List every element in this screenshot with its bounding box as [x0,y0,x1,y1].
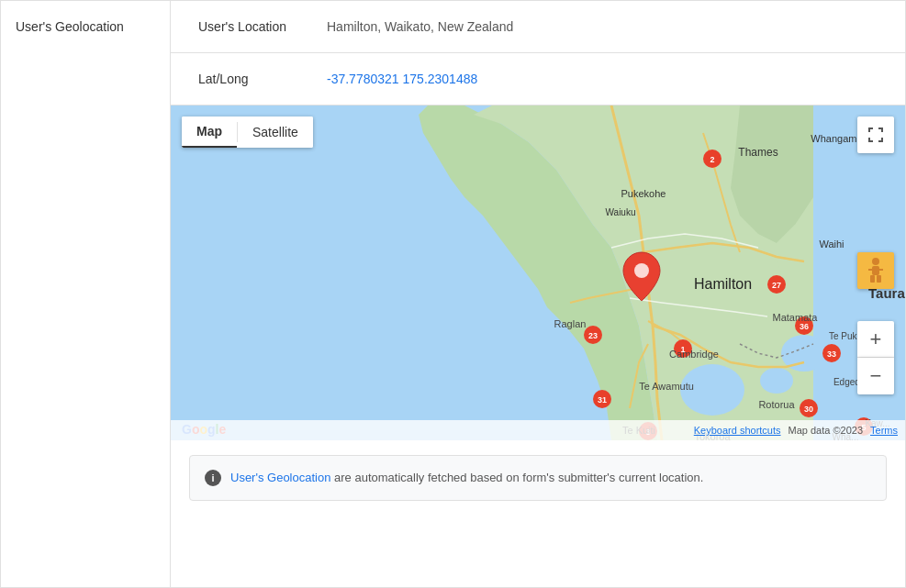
map-zoom-out-button[interactable]: − [857,358,894,394]
svg-text:Thames: Thames [738,146,777,159]
latlong-value[interactable]: -37.7780321 175.2301488 [327,72,477,86]
map-container: 2 27 1 23 31 36 33 [171,105,905,440]
map-data-credit: Map data ©2023 [789,425,864,436]
latlong-label: Lat/Long [198,72,308,86]
svg-rect-46 [877,275,881,283]
map-zoom-in-button[interactable]: + [857,321,894,358]
location-label: User's Location [198,19,308,34]
map-pegman-button[interactable] [857,252,894,289]
svg-text:33: 33 [827,349,836,359]
sidebar-title: User's Geolocation [16,19,124,34]
fullscreen-icon [867,127,884,143]
svg-text:2: 2 [710,155,714,164]
svg-point-43 [872,258,879,265]
latlong-row: Lat/Long -37.7780321 175.2301488 [171,53,905,105]
info-icon: i [205,470,221,486]
map-footer: Keyboard shortcuts Map data ©2023 Terms [171,420,905,440]
location-value: Hamilton, Waikato, New Zealand [327,19,513,34]
page-layout: User's Geolocation User's Location Hamil… [0,0,906,588]
location-row: User's Location Hamilton, Waikato, New Z… [171,1,905,53]
map-tab-satellite[interactable]: Satellite [238,116,313,148]
svg-rect-45 [870,275,875,283]
svg-rect-44 [872,266,879,275]
map-art: 2 27 1 23 31 36 33 [171,105,905,440]
pegman-icon [867,258,885,283]
svg-text:Hamilton: Hamilton [694,276,752,292]
map-type-controls: Map Satellite [182,116,313,148]
keyboard-shortcuts[interactable]: Keyboard shortcuts [694,425,781,436]
svg-text:31: 31 [598,395,607,405]
svg-text:Te Awamutu: Te Awamutu [639,381,694,392]
svg-text:Matamata: Matamata [773,312,819,323]
notice-box: i User's Geolocation are automatically f… [189,455,887,501]
notice-link[interactable]: User's Geolocation [230,471,330,484]
svg-point-42 [634,263,649,278]
map-tab-map[interactable]: Map [182,116,237,148]
notice-text-after: are automatically fetched based on form'… [334,471,703,484]
map-fullscreen-button[interactable] [857,116,894,153]
svg-text:23: 23 [588,331,598,340]
svg-text:Raglan: Raglan [554,318,587,329]
svg-text:27: 27 [772,281,781,290]
terms-link[interactable]: Terms [870,425,898,436]
notice-text: User's Geolocation are automatically fet… [230,469,703,487]
svg-text:Cambridge: Cambridge [669,349,719,360]
svg-point-2 [760,368,793,394]
sidebar: User's Geolocation [1,1,171,587]
svg-text:Pukekohe: Pukekohe [621,188,666,199]
svg-text:Rotorua: Rotorua [758,399,795,410]
svg-text:Waiuku: Waiuku [606,207,636,217]
svg-text:Waihi: Waihi [819,239,844,250]
svg-text:36: 36 [800,322,809,331]
svg-text:30: 30 [804,405,813,414]
main-content: User's Location Hamilton, Waikato, New Z… [171,1,905,587]
